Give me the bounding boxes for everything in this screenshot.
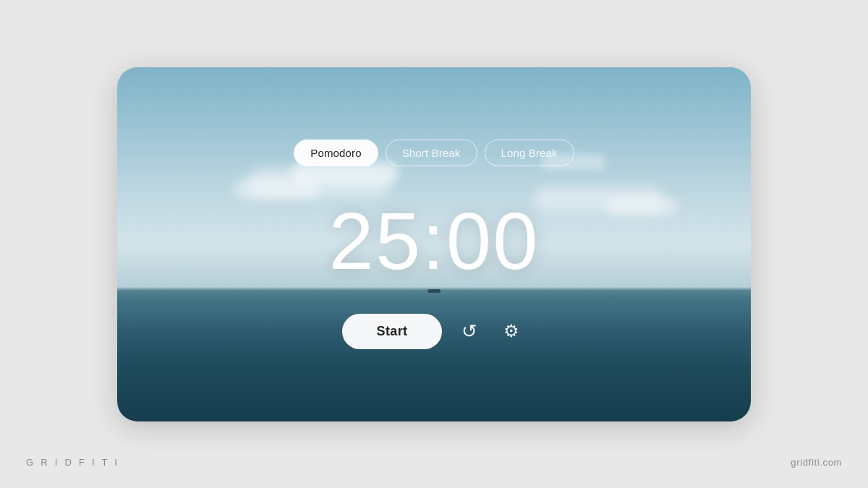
watermark-left: G R I D F I T I xyxy=(26,457,119,468)
controls-row: Start ↺ ⚙ xyxy=(342,314,527,349)
mode-tabs: Pomodoro Short Break Long Break xyxy=(294,140,574,166)
tab-short-break[interactable]: Short Break xyxy=(386,140,477,166)
app-content: Pomodoro Short Break Long Break 25:00 St… xyxy=(117,67,751,421)
refresh-icon: ↺ xyxy=(461,320,477,343)
watermark-right: gridfiti.com xyxy=(791,457,842,468)
app-card: Pomodoro Short Break Long Break 25:00 St… xyxy=(117,67,751,421)
start-button[interactable]: Start xyxy=(342,314,443,349)
reset-button[interactable]: ↺ xyxy=(455,317,484,346)
settings-button[interactable]: ⚙ xyxy=(497,317,526,346)
gear-icon: ⚙ xyxy=(503,321,519,341)
tab-pomodoro[interactable]: Pomodoro xyxy=(294,140,378,166)
timer-display: 25:00 xyxy=(328,201,539,282)
tab-long-break[interactable]: Long Break xyxy=(485,140,574,166)
